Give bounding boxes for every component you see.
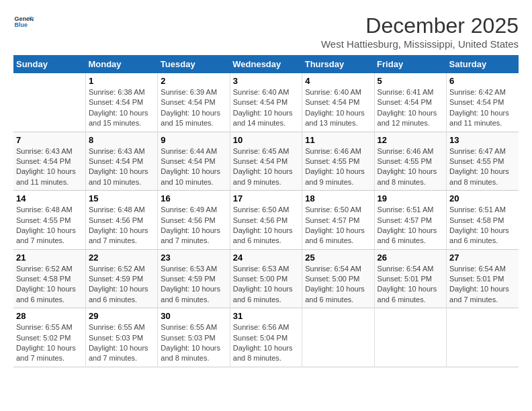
day-info: Sunrise: 6:51 AM Sunset: 4:58 PM Dayligh… bbox=[449, 205, 516, 246]
calendar-cell: 5Sunrise: 6:41 AM Sunset: 4:54 PM Daylig… bbox=[374, 73, 446, 132]
calendar-cell: 18Sunrise: 6:50 AM Sunset: 4:57 PM Dayli… bbox=[302, 191, 374, 250]
calendar-cell: 17Sunrise: 6:50 AM Sunset: 4:56 PM Dayli… bbox=[230, 191, 302, 250]
calendar-cell: 3Sunrise: 6:40 AM Sunset: 4:54 PM Daylig… bbox=[230, 73, 302, 132]
calendar-cell: 9Sunrise: 6:44 AM Sunset: 4:54 PM Daylig… bbox=[158, 132, 230, 191]
logo: General Blue bbox=[13, 13, 35, 30]
day-info: Sunrise: 6:46 AM Sunset: 4:55 PM Dayligh… bbox=[378, 146, 443, 188]
calendar-cell: 15Sunrise: 6:48 AM Sunset: 4:56 PM Dayli… bbox=[85, 191, 157, 250]
day-info: Sunrise: 6:48 AM Sunset: 4:56 PM Dayligh… bbox=[89, 205, 154, 246]
day-info: Sunrise: 6:40 AM Sunset: 4:54 PM Dayligh… bbox=[233, 87, 299, 129]
subtitle: West Hattiesburg, Mississippi, United St… bbox=[321, 38, 519, 50]
day-info: Sunrise: 6:55 AM Sunset: 5:02 PM Dayligh… bbox=[16, 322, 83, 364]
calendar-cell: 2Sunrise: 6:39 AM Sunset: 4:54 PM Daylig… bbox=[158, 73, 230, 132]
day-info: Sunrise: 6:39 AM Sunset: 4:54 PM Dayligh… bbox=[161, 87, 226, 129]
day-number: 25 bbox=[305, 253, 371, 263]
day-info: Sunrise: 6:43 AM Sunset: 4:54 PM Dayligh… bbox=[89, 146, 154, 188]
calendar-cell: 29Sunrise: 6:55 AM Sunset: 5:03 PM Dayli… bbox=[85, 308, 157, 367]
day-info: Sunrise: 6:56 AM Sunset: 5:04 PM Dayligh… bbox=[233, 322, 299, 364]
day-number: 3 bbox=[233, 76, 299, 86]
day-info: Sunrise: 6:48 AM Sunset: 4:55 PM Dayligh… bbox=[16, 205, 83, 246]
day-info: Sunrise: 6:41 AM Sunset: 4:54 PM Dayligh… bbox=[378, 87, 443, 129]
day-info: Sunrise: 6:47 AM Sunset: 4:55 PM Dayligh… bbox=[449, 146, 516, 188]
day-number: 12 bbox=[378, 135, 443, 145]
day-number: 18 bbox=[305, 193, 371, 203]
calendar-cell: 26Sunrise: 6:54 AM Sunset: 5:01 PM Dayli… bbox=[374, 249, 446, 308]
day-info: Sunrise: 6:55 AM Sunset: 5:03 PM Dayligh… bbox=[161, 322, 226, 364]
day-number: 1 bbox=[89, 76, 154, 86]
day-info: Sunrise: 6:53 AM Sunset: 5:00 PM Dayligh… bbox=[233, 264, 299, 306]
day-info: Sunrise: 6:50 AM Sunset: 4:56 PM Dayligh… bbox=[233, 205, 299, 246]
day-info: Sunrise: 6:42 AM Sunset: 4:54 PM Dayligh… bbox=[449, 87, 516, 129]
main-title: December 2025 bbox=[321, 13, 519, 38]
calendar-cell: 22Sunrise: 6:52 AM Sunset: 4:59 PM Dayli… bbox=[85, 249, 157, 308]
day-number: 23 bbox=[161, 253, 226, 263]
day-info: Sunrise: 6:50 AM Sunset: 4:57 PM Dayligh… bbox=[305, 205, 371, 246]
calendar-cell bbox=[447, 308, 519, 367]
calendar-week-row: 7Sunrise: 6:43 AM Sunset: 4:54 PM Daylig… bbox=[13, 132, 519, 191]
day-info: Sunrise: 6:38 AM Sunset: 4:54 PM Dayligh… bbox=[89, 87, 154, 129]
calendar-cell: 8Sunrise: 6:43 AM Sunset: 4:54 PM Daylig… bbox=[85, 132, 157, 191]
calendar-header-saturday: Saturday bbox=[447, 55, 519, 73]
calendar-cell: 12Sunrise: 6:46 AM Sunset: 4:55 PM Dayli… bbox=[374, 132, 446, 191]
day-number: 30 bbox=[161, 311, 226, 321]
day-number: 16 bbox=[161, 193, 226, 203]
calendar-cell: 28Sunrise: 6:55 AM Sunset: 5:02 PM Dayli… bbox=[13, 308, 85, 367]
calendar-cell: 11Sunrise: 6:46 AM Sunset: 4:55 PM Dayli… bbox=[302, 132, 374, 191]
day-info: Sunrise: 6:51 AM Sunset: 4:57 PM Dayligh… bbox=[378, 205, 443, 246]
calendar-cell: 16Sunrise: 6:49 AM Sunset: 4:56 PM Dayli… bbox=[158, 191, 230, 250]
day-number: 17 bbox=[233, 193, 299, 203]
calendar-header-tuesday: Tuesday bbox=[158, 55, 230, 73]
day-info: Sunrise: 6:54 AM Sunset: 5:00 PM Dayligh… bbox=[305, 264, 371, 306]
day-number: 14 bbox=[16, 193, 83, 203]
calendar-cell: 23Sunrise: 6:53 AM Sunset: 4:59 PM Dayli… bbox=[158, 249, 230, 308]
day-info: Sunrise: 6:53 AM Sunset: 4:59 PM Dayligh… bbox=[161, 264, 226, 306]
day-number: 5 bbox=[378, 76, 443, 86]
calendar-cell: 21Sunrise: 6:52 AM Sunset: 4:58 PM Dayli… bbox=[13, 249, 85, 308]
calendar-cell bbox=[374, 308, 446, 367]
day-info: Sunrise: 6:46 AM Sunset: 4:55 PM Dayligh… bbox=[305, 146, 371, 188]
calendar-cell: 14Sunrise: 6:48 AM Sunset: 4:55 PM Dayli… bbox=[13, 191, 85, 250]
day-info: Sunrise: 6:54 AM Sunset: 5:01 PM Dayligh… bbox=[449, 264, 516, 306]
day-number: 10 bbox=[233, 135, 299, 145]
calendar-header-sunday: Sunday bbox=[13, 55, 85, 73]
page-container: General Blue December 2025 West Hattiesb… bbox=[13, 13, 519, 367]
day-number: 15 bbox=[89, 193, 154, 203]
day-info: Sunrise: 6:44 AM Sunset: 4:54 PM Dayligh… bbox=[161, 146, 226, 188]
day-number: 4 bbox=[305, 76, 371, 86]
day-number: 21 bbox=[16, 253, 83, 263]
day-number: 6 bbox=[449, 76, 516, 86]
calendar-table: SundayMondayTuesdayWednesdayThursdayFrid… bbox=[13, 55, 519, 367]
day-number: 7 bbox=[16, 135, 83, 145]
calendar-cell bbox=[302, 308, 374, 367]
calendar-cell: 30Sunrise: 6:55 AM Sunset: 5:03 PM Dayli… bbox=[158, 308, 230, 367]
day-info: Sunrise: 6:52 AM Sunset: 4:58 PM Dayligh… bbox=[16, 264, 83, 306]
day-number: 9 bbox=[161, 135, 226, 145]
day-number: 26 bbox=[378, 253, 443, 263]
day-info: Sunrise: 6:43 AM Sunset: 4:54 PM Dayligh… bbox=[16, 146, 83, 188]
calendar-cell: 19Sunrise: 6:51 AM Sunset: 4:57 PM Dayli… bbox=[374, 191, 446, 250]
calendar-cell: 1Sunrise: 6:38 AM Sunset: 4:54 PM Daylig… bbox=[85, 73, 157, 132]
calendar-week-row: 21Sunrise: 6:52 AM Sunset: 4:58 PM Dayli… bbox=[13, 249, 519, 308]
calendar-week-row: 28Sunrise: 6:55 AM Sunset: 5:02 PM Dayli… bbox=[13, 308, 519, 367]
day-number: 13 bbox=[449, 135, 516, 145]
calendar-header-row: SundayMondayTuesdayWednesdayThursdayFrid… bbox=[13, 55, 519, 73]
svg-text:Blue: Blue bbox=[15, 21, 28, 28]
day-number: 20 bbox=[449, 193, 516, 203]
logo-icon: General Blue bbox=[13, 13, 34, 30]
calendar-cell bbox=[13, 73, 85, 132]
day-number: 2 bbox=[161, 76, 226, 86]
title-section: December 2025 West Hattiesburg, Mississi… bbox=[321, 13, 519, 50]
day-number: 24 bbox=[233, 253, 299, 263]
calendar-cell: 27Sunrise: 6:54 AM Sunset: 5:01 PM Dayli… bbox=[447, 249, 519, 308]
day-number: 27 bbox=[449, 253, 516, 263]
day-info: Sunrise: 6:54 AM Sunset: 5:01 PM Dayligh… bbox=[378, 264, 443, 306]
day-number: 8 bbox=[89, 135, 154, 145]
day-info: Sunrise: 6:55 AM Sunset: 5:03 PM Dayligh… bbox=[89, 322, 154, 364]
calendar-cell: 4Sunrise: 6:40 AM Sunset: 4:54 PM Daylig… bbox=[302, 73, 374, 132]
day-info: Sunrise: 6:49 AM Sunset: 4:56 PM Dayligh… bbox=[161, 205, 226, 246]
day-number: 19 bbox=[378, 193, 443, 203]
day-info: Sunrise: 6:52 AM Sunset: 4:59 PM Dayligh… bbox=[89, 264, 154, 306]
day-number: 29 bbox=[89, 311, 154, 321]
day-info: Sunrise: 6:40 AM Sunset: 4:54 PM Dayligh… bbox=[305, 87, 371, 129]
calendar-header-wednesday: Wednesday bbox=[230, 55, 302, 73]
